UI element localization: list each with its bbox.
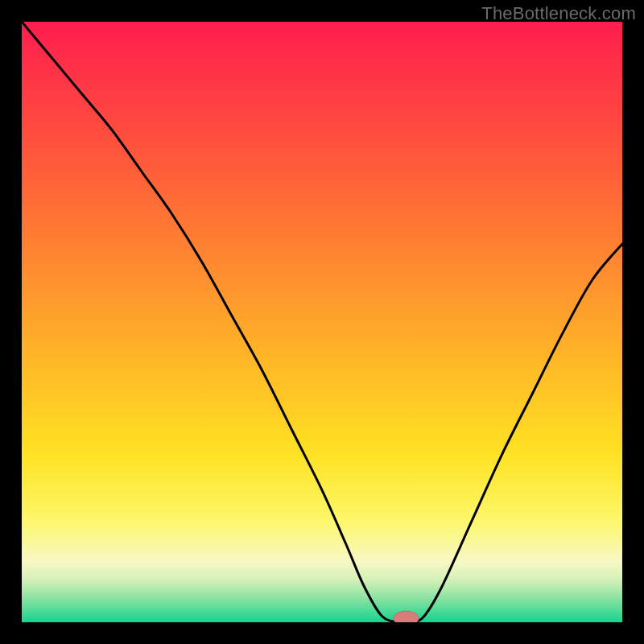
gradient-background [22,22,622,622]
optimal-point-marker [394,611,419,622]
plot-area [22,22,622,622]
watermark-text: TheBottleneck.com [481,3,636,24]
plot-svg [22,22,622,622]
chart-frame: TheBottleneck.com [0,0,644,644]
